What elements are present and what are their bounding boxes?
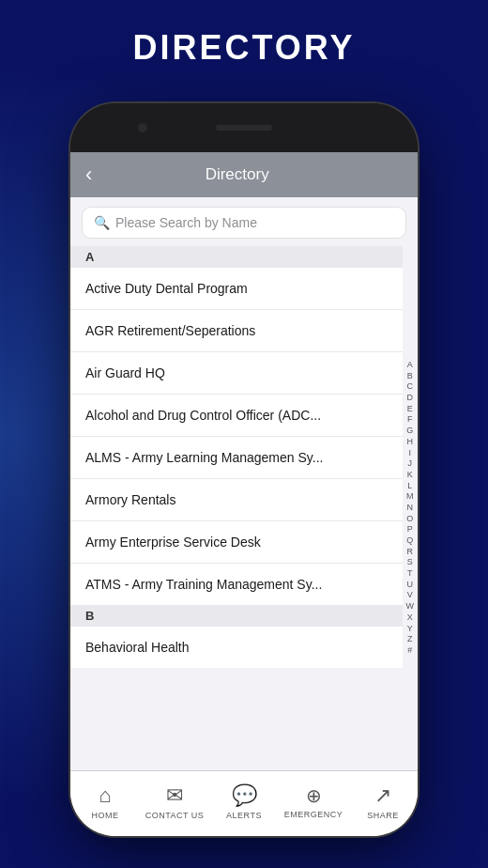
alpha-l[interactable]: L: [407, 481, 412, 492]
alphabet-index[interactable]: A B C D E F G H I J K L M N O P Q R S T: [406, 360, 415, 657]
tab-alerts-label: ALERTS: [226, 811, 262, 820]
alpha-y[interactable]: Y: [407, 624, 413, 635]
phone-camera: [138, 123, 147, 132]
list-item[interactable]: Army Enterprise Service Desk: [70, 521, 403, 564]
alpha-w[interactable]: W: [406, 601, 415, 612]
alpha-u[interactable]: U: [407, 580, 414, 591]
list-item[interactable]: Behavioral Health: [70, 627, 403, 668]
page-title: DIRECTORY: [0, 28, 488, 68]
list-item[interactable]: ALMS - Army Learning Managemen Sy...: [70, 437, 403, 479]
search-icon: 🔍: [94, 215, 110, 230]
alpha-v[interactable]: V: [407, 591, 413, 602]
alpha-q[interactable]: Q: [406, 535, 413, 547]
alpha-n[interactable]: N: [407, 503, 414, 514]
alpha-g[interactable]: G: [406, 426, 413, 437]
alpha-a[interactable]: A: [407, 360, 413, 371]
list-item[interactable]: Active Duty Dental Program: [70, 268, 403, 310]
list-item[interactable]: Air Guard HQ: [70, 352, 403, 395]
phone-speaker: [216, 125, 272, 131]
back-button[interactable]: ‹: [85, 164, 92, 185]
tab-alerts[interactable]: 💬 ALERTS: [209, 783, 279, 820]
section-b: B Behavioral Health: [70, 605, 403, 668]
search-bar[interactable]: 🔍 Please Search by Name: [82, 207, 406, 239]
alpha-z[interactable]: Z: [407, 634, 413, 645]
tab-bar: ⌂ HOME ✉ CONTACT US 💬 ALERTS ⊕ EMERGENCY…: [70, 770, 418, 836]
alpha-t[interactable]: T: [407, 568, 413, 580]
phone-screen: ‹ Directory 🔍 Please Search by Name A Ac…: [70, 152, 418, 836]
alpha-k[interactable]: K: [407, 470, 413, 481]
alpha-h[interactable]: H: [407, 437, 414, 448]
contact-icon: ✉: [166, 783, 183, 808]
tab-emergency[interactable]: ⊕ EMERGENCY: [279, 784, 348, 819]
list-item[interactable]: AGR Retirement/Seperations: [70, 310, 403, 352]
tab-share[interactable]: ↗ SHARE: [348, 783, 418, 820]
phone-top-bar: [70, 103, 418, 152]
alpha-x[interactable]: X: [407, 612, 413, 624]
alpha-i[interactable]: I: [408, 448, 411, 459]
list-item[interactable]: ATMS - Army Training Management Sy...: [70, 564, 403, 605]
emergency-icon: ⊕: [306, 784, 322, 807]
alpha-o[interactable]: O: [406, 514, 413, 525]
tab-contact[interactable]: ✉ CONTACT US: [140, 783, 209, 820]
nav-bar: ‹ Directory: [70, 152, 418, 197]
nav-title: Directory: [103, 165, 371, 184]
alpha-r[interactable]: R: [407, 547, 414, 558]
directory-list[interactable]: A Active Duty Dental Program AGR Retirem…: [70, 246, 418, 770]
section-a: A Active Duty Dental Program AGR Retirem…: [70, 246, 403, 605]
alpha-d[interactable]: D: [407, 393, 414, 404]
alpha-p[interactable]: P: [407, 525, 413, 536]
alpha-b[interactable]: B: [407, 371, 413, 382]
phone-frame: ‹ Directory 🔍 Please Search by Name A Ac…: [70, 103, 418, 836]
tab-contact-label: CONTACT US: [145, 811, 205, 820]
alpha-f[interactable]: F: [407, 415, 413, 426]
alerts-icon: 💬: [232, 783, 257, 808]
list-item[interactable]: Alcohol and Drug Control Officer (ADC...: [70, 395, 403, 437]
alpha-m[interactable]: M: [406, 491, 414, 503]
section-header-a: A: [70, 246, 403, 268]
list-item[interactable]: Armory Rentals: [70, 479, 403, 521]
search-placeholder: Please Search by Name: [115, 215, 257, 230]
tab-emergency-label: EMERGENCY: [284, 810, 343, 819]
search-container: 🔍 Please Search by Name: [70, 197, 418, 246]
tab-home[interactable]: ⌂ HOME: [70, 783, 140, 820]
home-icon: ⌂: [99, 783, 111, 808]
tab-home-label: HOME: [92, 811, 119, 820]
alpha-c[interactable]: C: [407, 382, 414, 394]
tab-share-label: SHARE: [367, 811, 399, 820]
alpha-e[interactable]: E: [407, 404, 413, 415]
alpha-j[interactable]: J: [408, 458, 413, 470]
alpha-s[interactable]: S: [407, 558, 413, 569]
alpha-hash[interactable]: #: [407, 645, 412, 657]
section-header-b: B: [70, 605, 403, 627]
share-icon: ↗: [374, 783, 391, 808]
